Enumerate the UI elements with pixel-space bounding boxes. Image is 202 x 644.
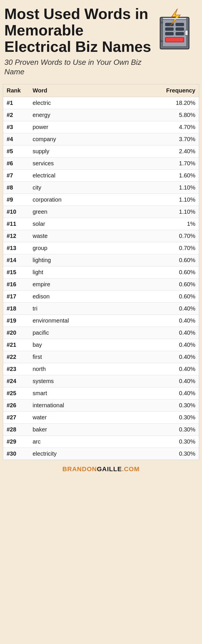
word-cell: north [29,363,104,375]
main-title: Most Used Words in Memorable Electrical … [4,6,152,55]
rank-column-header: Rank [3,84,29,97]
table-row: #18tri0.40% [3,303,199,315]
table-container: Rank Word Frequency #1electric18.20%#2en… [3,84,199,460]
table-row: #17edison0.60% [3,291,199,303]
rank-cell: #8 [3,182,29,194]
rank-cell: #16 [3,279,29,291]
icon-area [152,6,198,55]
word-cell: environmental [29,315,104,327]
rank-cell: #26 [3,399,29,412]
frequency-cell: 0.70% [104,242,199,254]
rank-cell: #15 [3,266,29,279]
title-block: Most Used Words in Memorable Electrical … [4,6,152,77]
frequency-cell: 0.30% [104,424,199,436]
rank-cell: #21 [3,339,29,351]
word-column-header: Word [29,84,104,97]
word-cell: electricity [29,448,104,460]
table-row: #27water0.30% [3,412,199,424]
rank-cell: #6 [3,158,29,170]
word-cell: smart [29,387,104,399]
frequency-cell: 1.10% [104,194,199,206]
word-cell: first [29,351,104,363]
table-row: #20pacific0.40% [3,327,199,339]
rank-cell: #7 [3,170,29,182]
word-cell: light [29,266,104,279]
table-row: #23north0.40% [3,363,199,375]
word-cell: supply [29,145,104,158]
table-row: #13group0.70% [3,242,199,254]
word-cell: tri [29,303,104,315]
word-cell: water [29,412,104,424]
frequency-cell: 0.60% [104,279,199,291]
word-cell: energy [29,109,104,121]
footer: BRANDONGAILLE.COM [0,461,202,478]
rank-cell: #12 [3,230,29,242]
table-row: #7electrical1.60% [3,170,199,182]
table-row: #26international0.30% [3,399,199,412]
rank-cell: #1 [3,97,29,109]
table-row: #9corporation1.10% [3,194,199,206]
table-row: #21bay0.40% [3,339,199,351]
frequency-column-header: Frequency [104,84,199,97]
table-row: #1electric18.20% [3,97,199,109]
word-cell: international [29,399,104,412]
table-row: #25smart0.40% [3,387,199,399]
svg-rect-8 [176,28,184,31]
table-row: #10green1.10% [3,206,199,218]
frequency-cell: 1.10% [104,206,199,218]
svg-rect-3 [161,40,163,42]
table-row: #14lighting0.60% [3,254,199,266]
rank-cell: #18 [3,303,29,315]
word-cell: bay [29,339,104,351]
header-row: Rank Word Frequency [3,84,199,97]
frequency-cell: 0.40% [104,303,199,315]
frequency-cell: 0.40% [104,339,199,351]
rank-cell: #10 [3,206,29,218]
table-row: #22first0.40% [3,351,199,363]
table-row: #11solar1% [3,218,199,230]
table-row: #8city1.10% [3,182,199,194]
table-row: #2energy5.80% [3,109,199,121]
svg-rect-2 [161,22,163,23]
frequency-cell: 5.80% [104,109,199,121]
frequency-cell: 0.30% [104,399,199,412]
rank-cell: #4 [3,133,29,145]
rank-cell: #24 [3,375,29,387]
table-row: #29arc0.30% [3,436,199,448]
table-row: #16empire0.60% [3,279,199,291]
frequency-cell: 18.20% [104,97,199,109]
table-row: #30electricity0.30% [3,448,199,460]
frequency-cell: 1.70% [104,158,199,170]
table-row: #15light0.60% [3,266,199,279]
table-header: Rank Word Frequency [3,84,199,97]
words-table: Rank Word Frequency #1electric18.20%#2en… [3,84,199,460]
frequency-cell: 0.60% [104,291,199,303]
header-section: Most Used Words in Memorable Electrical … [0,0,202,80]
frequency-cell: 4.70% [104,121,199,133]
word-cell: pacific [29,327,104,339]
rank-cell: #30 [3,448,29,460]
table-row: #6services1.70% [3,158,199,170]
frequency-cell: 0.30% [104,436,199,448]
frequency-cell: 0.70% [104,230,199,242]
frequency-cell: 0.60% [104,254,199,266]
frequency-cell: 0.60% [104,266,199,279]
word-cell: electrical [29,170,104,182]
word-cell: company [29,133,104,145]
word-cell: green [29,206,104,218]
rank-cell: #5 [3,145,29,158]
table-row: #3power4.70% [3,121,199,133]
rank-cell: #23 [3,363,29,375]
table-row: #5supply2.40% [3,145,199,158]
frequency-cell: 3.70% [104,133,199,145]
frequency-cell: 0.40% [104,375,199,387]
word-cell: city [29,182,104,194]
table-row: #4company3.70% [3,133,199,145]
word-cell: services [29,158,104,170]
word-cell: electric [29,97,104,109]
svg-rect-11 [165,37,184,42]
svg-rect-9 [165,32,173,35]
word-cell: arc [29,436,104,448]
table-row: #28baker0.30% [3,424,199,436]
rank-cell: #14 [3,254,29,266]
